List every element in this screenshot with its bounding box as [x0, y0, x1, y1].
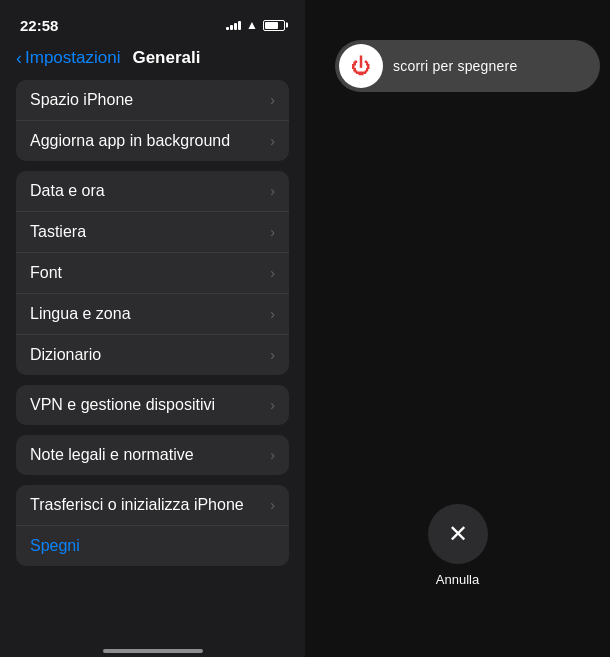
chevron-right-icon: ›: [270, 497, 275, 513]
settings-panel: 22:58 ▲ ‹ Impostazioni Generali Spazio: [0, 0, 305, 657]
power-off-label[interactable]: Spegni: [30, 537, 80, 554]
back-label: Impostazioni: [25, 48, 120, 68]
chevron-right-icon: ›: [270, 92, 275, 108]
status-bar: 22:58 ▲: [0, 0, 305, 44]
home-indicator: [0, 641, 305, 657]
row-label: Tastiera: [30, 223, 86, 241]
settings-group-legal: Note legali e normative ›: [16, 435, 289, 475]
list-item[interactable]: Tastiera ›: [16, 212, 289, 253]
power-button[interactable]: ⏻: [339, 44, 383, 88]
chevron-right-icon: ›: [270, 347, 275, 363]
power-off-row[interactable]: Spegni: [16, 526, 289, 566]
list-item[interactable]: Lingua e zona ›: [16, 294, 289, 335]
page-title: Generali: [132, 48, 200, 68]
signal-icon: [226, 21, 241, 30]
list-item[interactable]: Aggiorna app in background ›: [16, 121, 289, 161]
row-label: Trasferisci o inizializza iPhone: [30, 496, 244, 514]
list-item[interactable]: Note legali e normative ›: [16, 435, 289, 475]
settings-group-storage: Spazio iPhone › Aggiorna app in backgrou…: [16, 80, 289, 161]
chevron-right-icon: ›: [270, 447, 275, 463]
power-slider-container: ⏻ scorri per spegnere: [335, 40, 600, 92]
battery-icon: [263, 20, 285, 31]
cancel-label: Annulla: [436, 572, 479, 587]
row-label: Dizionario: [30, 346, 101, 364]
chevron-right-icon: ›: [270, 265, 275, 281]
close-icon: ✕: [448, 520, 468, 548]
chevron-right-icon: ›: [270, 224, 275, 240]
row-label: Lingua e zona: [30, 305, 131, 323]
power-icon: ⏻: [351, 56, 371, 76]
chevron-left-icon: ‹: [16, 49, 22, 67]
list-item[interactable]: VPN e gestione dispositivi ›: [16, 385, 289, 425]
row-label: Spazio iPhone: [30, 91, 133, 109]
chevron-right-icon: ›: [270, 306, 275, 322]
cancel-button[interactable]: ✕: [428, 504, 488, 564]
settings-group-language: Data e ora › Tastiera › Font › Lingua e …: [16, 171, 289, 375]
chevron-right-icon: ›: [270, 397, 275, 413]
row-label: Data e ora: [30, 182, 105, 200]
list-item[interactable]: Trasferisci o inizializza iPhone ›: [16, 485, 289, 526]
status-icons: ▲: [226, 18, 285, 32]
chevron-right-icon: ›: [270, 133, 275, 149]
list-item[interactable]: Font ›: [16, 253, 289, 294]
row-label: Note legali e normative: [30, 446, 194, 464]
list-item[interactable]: Spazio iPhone ›: [16, 80, 289, 121]
slider-text: scorri per spegnere: [393, 58, 517, 74]
status-time: 22:58: [20, 17, 58, 34]
settings-group-vpn: VPN e gestione dispositivi ›: [16, 385, 289, 425]
power-slider-track[interactable]: ⏻ scorri per spegnere: [335, 40, 600, 92]
row-label: Aggiorna app in background: [30, 132, 230, 150]
chevron-right-icon: ›: [270, 183, 275, 199]
settings-group-transfer: Trasferisci o inizializza iPhone › Spegn…: [16, 485, 289, 566]
back-button[interactable]: ‹ Impostazioni: [16, 48, 120, 68]
home-bar: [103, 649, 203, 653]
list-item[interactable]: Dizionario ›: [16, 335, 289, 375]
settings-content: Spazio iPhone › Aggiorna app in backgrou…: [0, 80, 305, 641]
row-label: VPN e gestione dispositivi: [30, 396, 215, 414]
row-label: Font: [30, 264, 62, 282]
cancel-container: ✕ Annulla: [428, 504, 488, 587]
list-item[interactable]: Data e ora ›: [16, 171, 289, 212]
nav-bar: ‹ Impostazioni Generali: [0, 44, 305, 80]
wifi-icon: ▲: [246, 18, 258, 32]
power-off-overlay: ⏻ scorri per spegnere ✕ Annulla: [305, 0, 610, 657]
